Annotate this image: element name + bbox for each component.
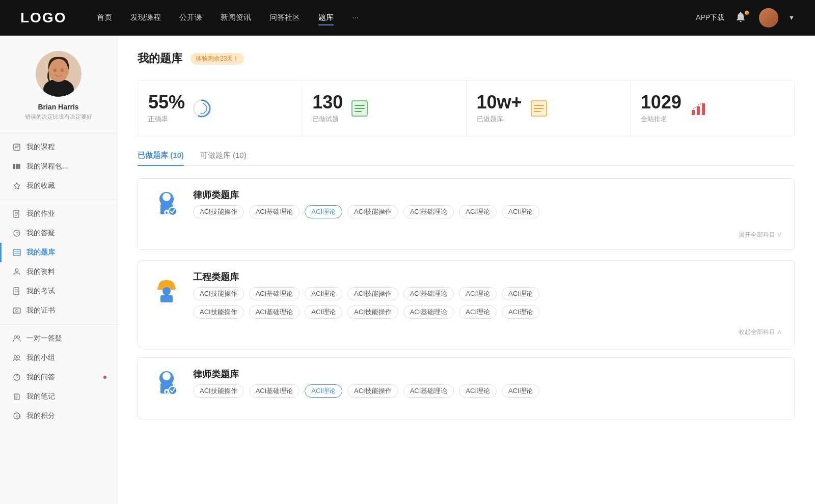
one-on-one-icon (12, 334, 21, 343)
sidebar-item-homework[interactable]: 我的作业 (0, 204, 117, 223)
sidebar-divider-2 (0, 324, 117, 325)
tag-item[interactable]: ACI技能操作 (193, 384, 244, 398)
tag-item[interactable]: ACI技能操作 (347, 384, 398, 398)
svg-rect-5 (14, 144, 20, 150)
sidebar-item-course-package[interactable]: 我的课程包... (0, 157, 117, 176)
sidebar-item-profile[interactable]: 我的资料 (0, 262, 117, 282)
qbank-title: 律师类题库 (193, 368, 539, 380)
tag-item[interactable]: ACI基础理论 (403, 384, 454, 398)
qbank-header: 工程类题库 ACI技能操作 ACI基础理论 ACI理论 ACI技能操作 ACI基… (150, 271, 782, 319)
sidebar-label: 我的积分 (26, 411, 55, 421)
sidebar-item-collection[interactable]: 我的收藏 (0, 176, 117, 195)
qbank-title: 工程类题库 (193, 271, 782, 283)
nav-home[interactable]: 首页 (97, 11, 112, 25)
nav-more[interactable]: ··· (352, 11, 359, 25)
nav-news[interactable]: 新闻资讯 (221, 11, 251, 25)
svg-text:?: ? (16, 231, 19, 236)
svg-text:?: ? (16, 375, 19, 380)
done-questions-value: 130 (312, 93, 343, 111)
nav-qbank[interactable]: 题库 (318, 11, 334, 25)
tag-item[interactable]: ACI基础理论 (403, 205, 454, 218)
sidebar-label: 我的课程 (26, 143, 55, 152)
my-course-icon (12, 143, 21, 152)
user-menu-chevron[interactable]: ▼ (789, 14, 795, 21)
nav-open-course[interactable]: 公开课 (179, 11, 202, 25)
tag-item[interactable]: ACI理论 (459, 287, 497, 300)
nav-qa[interactable]: 问答社区 (269, 11, 300, 25)
tag-item[interactable]: ACI理论 (459, 305, 497, 319)
sidebar-item-certificate[interactable]: 我的证书 (0, 301, 117, 320)
tag-item[interactable]: ACI基础理论 (249, 205, 300, 218)
sidebar-label: 我的作业 (26, 209, 55, 218)
stat-done-questions: 130 已做试题 (302, 81, 466, 136)
tab-available-banks[interactable]: 可做题库 (10) (200, 151, 247, 165)
tag-item[interactable]: ACI理论 (459, 205, 497, 218)
tag-item[interactable]: ACI理论 (305, 287, 342, 300)
tab-done-banks[interactable]: 已做题库 (10) (138, 151, 184, 165)
tag-item[interactable]: ACI理论 (502, 384, 539, 398)
app-download-button[interactable]: APP下载 (696, 13, 724, 22)
tag-item[interactable]: ACI技能操作 (347, 205, 398, 218)
profile-name: Brian Harris (38, 103, 78, 111)
notification-bell[interactable] (735, 11, 749, 25)
tag-item[interactable]: ACI基础理论 (249, 287, 300, 300)
tag-item[interactable]: ACI理论 (502, 205, 539, 218)
svg-point-59 (162, 287, 171, 295)
ranking-value: 1029 (641, 93, 682, 111)
tag-item[interactable]: ACI技能操作 (193, 205, 244, 218)
accuracy-icon (192, 99, 211, 118)
tag-item[interactable]: ACI基础理论 (403, 287, 454, 300)
nav-links: 首页 发现课程 公开课 新闻资讯 问答社区 题库 ··· (97, 11, 696, 25)
tag-item[interactable]: ACI基础理论 (249, 384, 300, 398)
sidebar-item-one-on-one[interactable]: 一对一答疑 (0, 329, 117, 348)
svg-rect-25 (13, 308, 20, 313)
sidebar-item-qbank[interactable]: 我的题库 (0, 243, 117, 262)
chart-icon (689, 99, 708, 118)
sidebar-profile: Brian Harris 错误的决定比没有决定要好 (0, 51, 117, 121)
svg-point-27 (14, 336, 17, 339)
sidebar-label: 我的考试 (26, 287, 55, 296)
tag-item[interactable]: ACI技能操作 (193, 305, 244, 319)
tag-item-active[interactable]: ACI理论 (305, 384, 342, 398)
svg-marker-11 (14, 183, 20, 189)
sidebar-label: 我的题库 (26, 248, 55, 257)
svg-point-21 (15, 269, 18, 272)
sidebar-item-points[interactable]: 积分 我的积分 (0, 406, 117, 426)
expand-link[interactable]: 展开全部科目 ∨ (739, 231, 782, 238)
tag-item[interactable]: ACI理论 (502, 305, 539, 319)
tag-item[interactable]: ACI技能操作 (347, 305, 398, 319)
tag-item[interactable]: ACI技能操作 (193, 287, 244, 300)
ranking-label: 全站排名 (641, 115, 682, 124)
tag-item[interactable]: ACI基础理论 (249, 305, 300, 319)
svg-point-28 (17, 336, 20, 339)
collapse-link[interactable]: 收起全部科目 ∧ (739, 328, 782, 335)
homework-icon (12, 209, 21, 218)
tag-item[interactable]: ACI理论 (502, 287, 539, 300)
tag-item[interactable]: ACI理论 (305, 305, 342, 319)
done-banks-label: 已做题库 (477, 115, 522, 124)
svg-rect-9 (16, 164, 18, 169)
main-content: 我的题库 体验剩余23天！ 55% 正确率 (117, 36, 815, 504)
done-questions-label: 已做试题 (312, 115, 343, 124)
qbank-section-lawyer-1: 律师类题库 ACI技能操作 ACI基础理论 ACI理论 ACI技能操作 ACI基… (138, 178, 795, 250)
tag-item[interactable]: ACI技能操作 (347, 287, 398, 300)
done-banks-value: 10w+ (477, 93, 522, 111)
notification-dot (745, 11, 749, 15)
sidebar-item-exam[interactable]: 我的考试 (0, 282, 117, 301)
sidebar-item-notes[interactable]: 我的笔记 (0, 387, 117, 406)
tag-item-active[interactable]: ACI理论 (305, 205, 342, 218)
sidebar-item-group[interactable]: 我的小组 (0, 348, 117, 368)
sidebar: Brian Harris 错误的决定比没有决定要好 我的课程 我的课程包... (0, 36, 117, 504)
course-package-icon (12, 162, 21, 171)
sidebar-item-qa[interactable]: ? 我的答疑 (0, 223, 117, 243)
tag-item[interactable]: ACI理论 (459, 384, 497, 398)
logo[interactable]: LOGO (20, 10, 66, 26)
tag-item[interactable]: ACI基础理论 (403, 305, 454, 319)
sidebar-item-my-course[interactable]: 我的课程 (0, 137, 117, 157)
nav-discover[interactable]: 发现课程 (130, 11, 161, 25)
avatar (36, 51, 82, 97)
list-icon (350, 99, 369, 118)
sidebar-item-my-qa[interactable]: ? 我的问答 (0, 368, 117, 387)
user-avatar[interactable] (759, 8, 778, 27)
qbank-footer: 展开全部科目 ∨ (150, 230, 782, 239)
